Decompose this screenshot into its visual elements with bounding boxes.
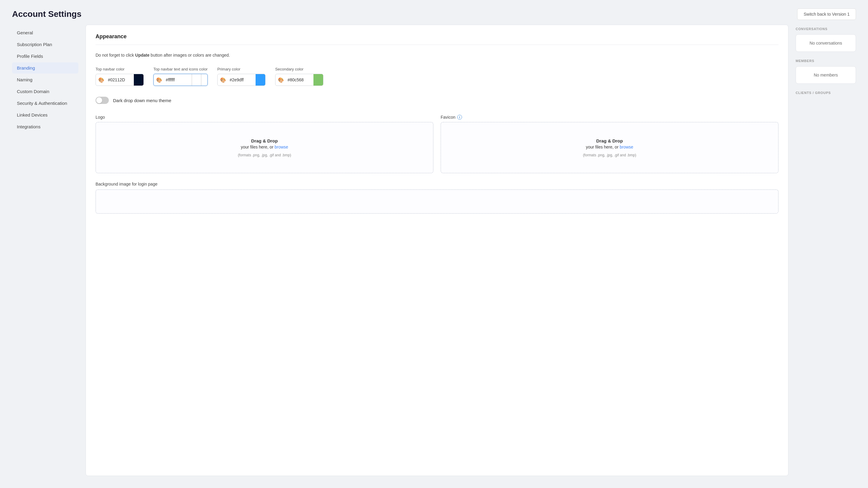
favicon-files-text: your files here, or browse xyxy=(586,144,633,150)
sidebar-item-profile[interactable]: Profile Fields xyxy=(12,51,79,62)
color-field-secondary-color: Secondary color🎨 xyxy=(275,67,323,86)
color-input-group-primary-color: 🎨 xyxy=(217,74,266,86)
members-title: MEMBERS xyxy=(796,59,856,63)
dark-theme-toggle[interactable] xyxy=(96,97,109,104)
favicon-browse-link[interactable]: browse xyxy=(620,144,633,150)
upload-row: Drag & Drop your files here, or browse (… xyxy=(96,122,778,173)
favicon-drag-text: Drag & Drop xyxy=(596,138,623,143)
color-input-group-top-navbar-color: 🎨 xyxy=(96,74,144,86)
color-swatch-top-navbar-color[interactable] xyxy=(134,74,144,86)
color-swatch-primary-color[interactable] xyxy=(255,74,265,86)
color-text-input-top-navbar-text-color[interactable] xyxy=(164,77,192,82)
logo-browse-link[interactable]: browse xyxy=(275,144,288,150)
right-panel: CONVERSATIONS No conversations MEMBERS N… xyxy=(796,25,856,476)
background-label: Background image for login page xyxy=(96,182,778,187)
color-swatch-top-navbar-text-color[interactable] xyxy=(192,74,201,86)
color-label-top-navbar-text-color: Top navbar text and icons color xyxy=(153,67,208,71)
color-text-input-top-navbar-color[interactable] xyxy=(107,77,134,82)
logo-formats: (formats .png, .jpg, .gif and .bmp) xyxy=(238,153,291,157)
conversations-title: CONVERSATIONS xyxy=(796,27,856,31)
members-empty: No members xyxy=(796,66,856,84)
sidebar-item-integrations[interactable]: Integrations xyxy=(12,121,79,132)
color-swatch-secondary-color[interactable] xyxy=(313,74,323,86)
color-label-top-navbar-color: Top navbar color xyxy=(96,67,144,71)
background-upload-box[interactable] xyxy=(96,190,778,214)
conversations-section: CONVERSATIONS No conversations xyxy=(796,27,856,52)
toggle-label: Dark drop down menu theme xyxy=(113,98,171,103)
sidebar-item-subscription[interactable]: Subscription Plan xyxy=(12,39,79,50)
info-text: Do not forget to click Update button aft… xyxy=(96,52,778,59)
color-wheel-icon-top-navbar-color[interactable]: 🎨 xyxy=(96,74,107,86)
section-title: Appearance xyxy=(96,33,778,45)
favicon-formats: (formats .png, .jpg, .gif and .bmp) xyxy=(583,153,636,157)
toggle-row: Dark drop down menu theme xyxy=(96,97,778,104)
sidebar-item-domain[interactable]: Custom Domain xyxy=(12,86,79,97)
color-text-input-secondary-color[interactable] xyxy=(286,77,313,82)
background-section: Background image for login page xyxy=(96,182,778,214)
color-wheel-icon-top-navbar-text-color[interactable]: 🎨 xyxy=(154,74,164,86)
favicon-info-icon[interactable]: i xyxy=(457,115,462,120)
clients-title: CLIENTS / GROUPS xyxy=(796,91,856,95)
sidebar-item-general[interactable]: General xyxy=(12,27,79,38)
color-text-input-primary-color[interactable] xyxy=(228,77,255,82)
color-field-top-navbar-text-color: Top navbar text and icons color🎨 xyxy=(153,67,208,86)
sidebar-item-security[interactable]: Security & Authentication xyxy=(12,98,79,109)
color-wheel-icon-primary-color[interactable]: 🎨 xyxy=(218,74,228,86)
upload-labels: Logo Favicon i xyxy=(96,115,778,120)
page-title: Account Settings xyxy=(12,9,82,19)
members-section: MEMBERS No members xyxy=(796,59,856,84)
color-input-group-top-navbar-text-color: 🎨 xyxy=(153,74,208,86)
favicon-upload-box[interactable]: Drag & Drop your files here, or browse (… xyxy=(441,122,778,173)
sidebar-nav: GeneralSubscription PlanProfile FieldsBr… xyxy=(12,25,79,476)
logo-label: Logo xyxy=(96,115,433,120)
conversations-empty: No conversations xyxy=(796,34,856,52)
logo-files-text: your files here, or browse xyxy=(241,144,288,150)
favicon-label: Favicon i xyxy=(441,115,778,120)
color-fields-row: Top navbar color🎨Top navbar text and ico… xyxy=(96,67,778,86)
sidebar-item-branding[interactable]: Branding xyxy=(12,62,79,73)
color-input-group-secondary-color: 🎨 xyxy=(275,74,323,86)
color-wheel-icon-secondary-color[interactable]: 🎨 xyxy=(276,74,286,86)
color-label-primary-color: Primary color xyxy=(217,67,266,71)
clients-section: CLIENTS / GROUPS xyxy=(796,91,856,96)
color-field-primary-color: Primary color🎨 xyxy=(217,67,266,86)
logo-upload-box[interactable]: Drag & Drop your files here, or browse (… xyxy=(96,122,433,173)
main-content: Appearance Do not forget to click Update… xyxy=(86,25,788,476)
color-label-secondary-color: Secondary color xyxy=(275,67,323,71)
logo-drag-text: Drag & Drop xyxy=(251,138,278,143)
sidebar-item-devices[interactable]: Linked Devices xyxy=(12,109,79,121)
color-field-top-navbar-color: Top navbar color🎨 xyxy=(96,67,144,86)
sidebar-item-naming[interactable]: Naming xyxy=(12,74,79,85)
switch-version-button[interactable]: Switch back to Version 1 xyxy=(797,8,856,20)
